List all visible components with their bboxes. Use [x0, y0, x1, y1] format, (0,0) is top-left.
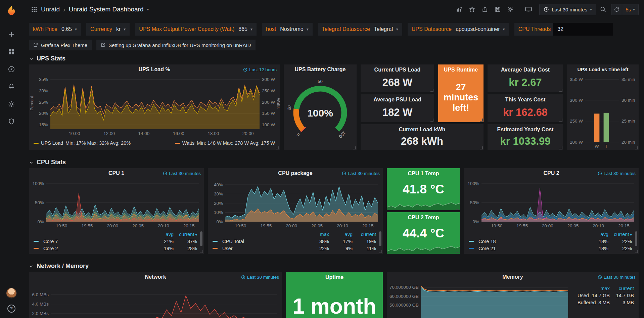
legend-sort-current[interactable]: current — [353, 232, 376, 237]
refresh-interval-button[interactable]: 5s ▾ — [622, 7, 638, 12]
variable-value-dropdown[interactable]: 0.65▾ — [60, 26, 81, 32]
link-grafana-plex-theme[interactable]: Grafana Plex Theme — [29, 40, 92, 50]
link-ups-monitoring-guide[interactable]: Setting up Grafana and InfluxDB for UPS … — [96, 40, 255, 50]
dashboard-settings-button[interactable] — [504, 4, 516, 15]
network-chart[interactable]: 6.0 MBs4.0 MBs2.0 MBs — [29, 282, 282, 318]
panel-this-years-cost: This Years Cost kr 162.68 — [488, 94, 563, 122]
variable-value-dropdown[interactable]: kr▾ — [115, 26, 130, 32]
legend-sort-avg[interactable]: avg — [329, 232, 353, 237]
panel-title[interactable]: UPS Battery Charge — [294, 66, 346, 73]
legend-scrollbar[interactable] — [379, 231, 381, 246]
legend-series-toggle[interactable]: Core 21 — [467, 246, 585, 251]
legend-series-toggle[interactable]: CPU Total — [211, 239, 306, 244]
star-icon — [469, 6, 475, 13]
panel-timerange-link[interactable]: Last 30 minutes — [241, 272, 279, 282]
panel-title[interactable]: Current UPS Load — [374, 67, 421, 73]
panel-title[interactable]: CPU package — [278, 170, 312, 176]
configuration-button[interactable] — [4, 97, 19, 111]
legend-sort-current[interactable]: current — [610, 286, 634, 291]
panel-title[interactable]: Estimated Yearly Cost — [497, 127, 554, 133]
legend-sort-current[interactable]: current — [174, 232, 197, 237]
legend-row: Core 7 21% 37% — [32, 238, 197, 245]
memory-chart[interactable]: 70.000000 GB60.000000 GB50.000000 GB — [387, 282, 571, 318]
panel-title[interactable]: CPU 2 — [543, 170, 559, 176]
dashboard-picker-button[interactable] — [31, 6, 38, 13]
legend-series-toggle[interactable]: User — [211, 246, 306, 251]
legend-sort-current[interactable]: current — [608, 232, 632, 237]
cycle-view-button[interactable] — [522, 4, 535, 15]
sidebar: ? — [0, 0, 23, 318]
dashboards-button[interactable] — [4, 44, 19, 59]
help-icon[interactable]: ? — [7, 305, 15, 313]
create-button[interactable] — [4, 27, 19, 42]
row-toggle-cpu-stats[interactable]: CPU Stats — [23, 154, 644, 168]
panel-timerange-link[interactable]: Last 30 minutes — [598, 168, 636, 178]
legend-sort-max[interactable]: max — [306, 232, 329, 237]
ups-load-chart[interactable]: 35%30%25%20%15%300 W250 W200 W150 W100 W… — [29, 75, 280, 137]
legend-sort-avg[interactable]: avg — [150, 232, 174, 237]
panel-title[interactable]: CPU 1 Temp — [408, 171, 439, 177]
variable-value-dropdown[interactable]: Telegraf▾ — [373, 26, 402, 32]
panel-title[interactable]: CPU 2 Temp — [408, 215, 439, 221]
legend-value: 14.7 GB — [586, 293, 610, 298]
zoom-out-button[interactable] — [597, 4, 609, 15]
panel-timerange-link[interactable]: Last 30 minutes — [598, 272, 636, 282]
panel-timerange-link[interactable]: Last 30 minutes — [342, 168, 380, 178]
legend-series-toggle[interactable]: UPS Load Min: 17% Max: 32% Avg: 20% — [34, 140, 131, 146]
legend-series-toggle[interactable]: Buffered — [571, 300, 586, 305]
share-button[interactable] — [479, 4, 491, 15]
svg-text:50%: 50% — [470, 200, 479, 205]
legend-series-toggle[interactable]: Used — [571, 293, 586, 298]
user-avatar[interactable] — [6, 288, 17, 299]
legend-scrollbar[interactable] — [635, 231, 637, 246]
panel-title[interactable]: CPU 1 — [108, 170, 124, 176]
cpu-package-chart[interactable]: 40%30%20%10%0%19:5019:5520:0020:0520:102… — [208, 178, 383, 230]
panel-title[interactable]: Uptime — [325, 274, 343, 280]
legend-value: 3 MB — [586, 300, 610, 305]
time-picker-button[interactable]: Last 30 minutes ▾ — [539, 4, 596, 15]
panel-title[interactable]: Current Load kWh — [399, 127, 446, 133]
caret-down-icon: ▾ — [590, 7, 592, 12]
svg-text:30%: 30% — [214, 191, 223, 196]
legend-series-toggle[interactable]: Watts Min: 148 W Max: 278 W Avg: 175 W — [175, 140, 275, 146]
legend-sort-max[interactable]: max — [586, 286, 610, 291]
panel-title[interactable]: Average Daily Cost — [501, 67, 550, 73]
cpu-threads-input[interactable] — [553, 23, 613, 36]
svg-text:20:00: 20:00 — [107, 223, 118, 228]
legend-scrollbar[interactable] — [200, 231, 202, 246]
alerting-button[interactable] — [4, 79, 19, 94]
variable-value-dropdown[interactable]: Nostromo▾ — [279, 26, 312, 32]
legend-series-toggle[interactable]: Core 18 — [467, 239, 585, 244]
server-admin-button[interactable] — [4, 114, 19, 129]
refresh-button[interactable] — [611, 4, 622, 15]
panel-timerange-link[interactable]: Last 12 hours — [243, 64, 277, 75]
cpu2-chart[interactable]: 100%50%0%19:5019:5520:0020:0520:1020:15 — [464, 178, 639, 230]
star-button[interactable] — [466, 4, 478, 15]
panel-title[interactable]: UPS Load vs Time left — [577, 67, 628, 72]
save-button[interactable] — [492, 4, 504, 15]
row-toggle-ups-stats[interactable]: UPS Stats — [23, 50, 644, 64]
legend-series-toggle[interactable]: Core 2 — [32, 246, 150, 251]
panel-title[interactable]: UPS Load % — [138, 66, 170, 73]
variable-value-dropdown[interactable]: apcupsd-container▾ — [454, 26, 509, 32]
legend-series-toggle[interactable]: Core 7 — [32, 239, 150, 244]
ups-bars-chart[interactable]: 350 W300 W250 W200 W35 min30 min25 min20… — [567, 75, 639, 150]
cpu1-chart[interactable]: 100%50%0%19:5019:5520:0020:0520:1020:15 — [29, 178, 204, 230]
row-toggle-network-memory[interactable]: Network / Memory — [23, 258, 644, 272]
breadcrumb-folder[interactable]: Unraid — [41, 6, 60, 13]
panel-title[interactable]: Memory — [502, 274, 523, 280]
legend-value: 22% — [608, 239, 632, 244]
panel-title[interactable]: Network — [145, 274, 166, 280]
legend-header-row: max current — [571, 285, 634, 292]
panel-timerange-link[interactable]: Last 30 minutes — [163, 168, 201, 178]
grafana-logo[interactable] — [4, 3, 19, 19]
panel-title[interactable]: UPS Runtime — [444, 67, 478, 73]
variable-value-dropdown[interactable]: 865▾ — [237, 26, 257, 32]
caret-down-icon[interactable]: ▾ — [147, 7, 149, 12]
panel-title[interactable]: Average PSU Load — [373, 97, 421, 103]
legend-sort-avg[interactable]: avg — [585, 232, 608, 237]
dashboard-title[interactable]: Unraid System Dashboard — [69, 6, 144, 13]
explore-button[interactable] — [4, 62, 19, 77]
add-panel-button[interactable] — [453, 4, 465, 15]
panel-title[interactable]: This Years Cost — [505, 97, 546, 103]
